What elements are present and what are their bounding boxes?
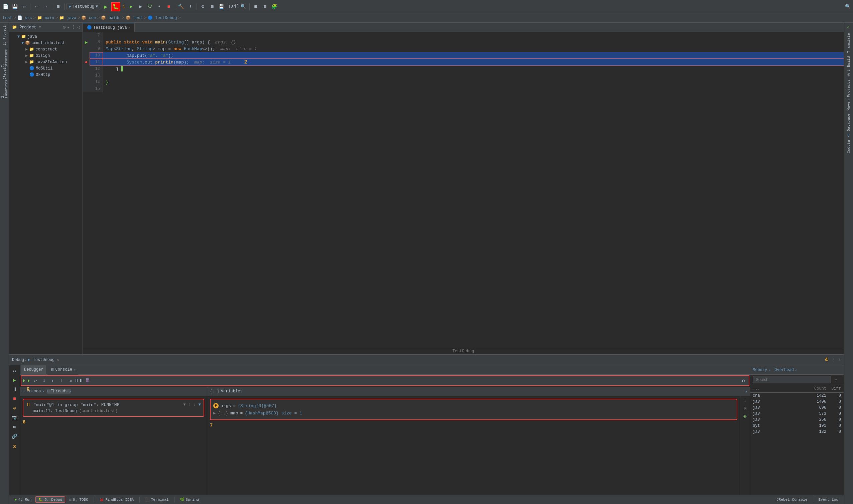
search-icon[interactable]: 🔍 [239,3,247,11]
sidebar-structure-icon[interactable]: 7: Structure [1,54,9,62]
var-map-expand[interactable]: ▶ [213,410,216,416]
run-cursor-btn[interactable]: ↑ [57,377,66,385]
breadcrumb-src[interactable]: 📄 src [17,15,32,20]
mute-icon[interactable]: ⊘ [11,404,19,412]
variables-popout-icon[interactable]: ↗ [745,389,747,393]
status-tab-todo[interactable]: ☑ 6: TODO [67,497,91,502]
tree-item-md5util[interactable]: 🔵 Md5Util [11,65,81,72]
settings-btn[interactable]: ⚙ [739,377,747,385]
sidebar-database-icon[interactable]: Database [846,112,851,133]
breadcrumb-test2[interactable]: 📦 test [126,15,143,20]
resume-icon[interactable]: ▶ [11,376,19,384]
status-tab-findbugs[interactable]: 🐞 FindBugs-IDEA [96,497,137,502]
back-icon[interactable]: ← [32,3,40,11]
debug-more-icon[interactable]: ⋮ [832,357,836,362]
layout2-icon[interactable]: ⊟ [261,3,269,11]
checkmark-icon[interactable]: ✓ [847,24,850,30]
forward-icon[interactable]: → [42,3,50,11]
force-step-btn[interactable]: ⇥ [66,377,74,385]
breadcrumb-test[interactable]: test [3,16,12,20]
tree-item-combaidu[interactable]: ▼ 📦 com.baidu.test [11,40,81,46]
breadcrumb-baidu[interactable]: 📦 baidu [101,15,120,20]
codota-icon[interactable]: C [847,133,850,138]
pause-icon[interactable]: ⏸ [11,385,19,393]
memory-icon[interactable]: 💾 [218,3,225,11]
status-tab-jrebel[interactable]: JRebel Console [774,497,810,502]
scroll-icon[interactable]: ◁ [77,24,80,30]
status-tab-spring[interactable]: 🌿 Spring [177,497,202,502]
overhead-popout-icon[interactable]: ↗ [795,368,797,372]
memory-row-7[interactable]: jav 182 0 [750,429,843,435]
var-copy-icon[interactable]: ⎘ [742,406,748,412]
threads-tab[interactable]: ⊟ Threads ↗ [47,389,71,394]
debug-minimize-icon[interactable]: ⬇ [839,357,841,362]
run-resume-icon[interactable]: ▶ [127,3,135,11]
tree-item-java[interactable]: ▼ 📁 java [11,33,81,40]
sidebar-jrebel-icon[interactable]: JRebel [1,70,9,77]
var-down-icon[interactable]: ↓ [742,397,748,404]
layout1-icon[interactable]: ⊞ [252,3,260,11]
breadcrumb-com[interactable]: 📦 com [81,15,96,20]
memory-row-1[interactable]: cha 1421 0 [750,393,843,399]
stop-icon[interactable]: ■ [165,3,173,11]
tree-item-java8[interactable]: ▶ 📁 java8InAction [11,59,81,65]
sidebar-translate-icon[interactable]: Translate [846,32,851,54]
project-dropdown[interactable]: ▼ [39,25,41,29]
step-into-btn[interactable]: ⬇ [40,377,48,385]
memory-row-5[interactable]: jav 256 0 [750,417,843,423]
sidebar-ant-build-icon[interactable]: Ant Build [846,55,851,77]
memory-row-6[interactable]: byt 191 0 [750,423,843,429]
tab-testdebug[interactable]: 🔵 TestDebug.java ✕ [83,23,135,32]
status-tab-terminal[interactable]: ⬛ Terminal [142,497,171,502]
tree-item-okhttp[interactable]: 🔵 OkHttp [11,72,81,78]
save-icon[interactable]: 💾 [11,3,19,11]
memory-search-more[interactable]: ⋯ [835,378,837,382]
step-over-btn[interactable]: ↩ [32,377,39,385]
tree-item-construct[interactable]: ▶ 📁 construct [11,46,81,53]
coverage-icon[interactable]: 🛡 [146,3,154,11]
sidebar-maven-icon[interactable]: Maven Projects [846,78,851,112]
profile-icon[interactable]: ⚡ [156,3,163,11]
thread-up[interactable]: ↑ [188,402,190,407]
var-watch-icon[interactable]: 👁 [742,413,748,420]
thread-filter[interactable]: ▼ [199,402,201,407]
breadcrumb-main[interactable]: 📁 main [37,15,54,20]
rerun-icon[interactable]: ↺ [11,367,19,375]
collapse-icon[interactable]: ✦ [67,24,70,30]
status-tab-debug[interactable]: 🐛 5: Debug [35,496,65,503]
build-icon[interactable]: 🔨 [177,3,185,11]
run-to-cursor-icon[interactable]: ▶ [137,3,145,11]
memory-row-4[interactable]: jav 573 0 [750,411,843,417]
run-config-selector[interactable]: ▶ TestDebug ▼ [67,3,100,10]
tail-icon[interactable]: Tail [230,3,238,11]
sidebar-favorites-icon[interactable]: 2: Favorites [1,85,9,93]
memory-row-2[interactable]: jav 1406 0 [750,399,843,405]
evaluate-btn[interactable]: 🖩 [84,377,92,385]
tree-item-disign[interactable]: ▶ 📁 disign [11,53,81,59]
settings-icon[interactable]: ⚙ [199,3,207,11]
code-editor[interactable]: 7 ▶ 8 public static [83,32,843,348]
new-file-icon[interactable]: 📄 [1,3,10,11]
memory-row-3[interactable]: jav 606 0 [750,405,843,411]
tab-console[interactable]: 🖥 Console ↗ [48,365,78,375]
status-tab-run[interactable]: ▶ 4: Run [12,497,34,502]
memory-search-input[interactable] [753,376,831,383]
link-icon[interactable]: 🔗 [11,432,19,440]
run-icon[interactable]: ▶ [102,3,110,11]
thread-down[interactable]: ↓ [194,402,196,407]
status-tab-eventlog[interactable]: Event Log [816,497,841,502]
debug-icon[interactable]: 🐛 [111,2,120,11]
target-icon[interactable]: ⊙ [63,24,66,30]
debug-close-icon[interactable]: ✕ [56,357,59,362]
more-icon[interactable]: ⋮ [71,24,76,30]
breakpoint-icon[interactable]: ● [85,59,88,65]
tab-close-icon[interactable]: ✕ [128,26,130,30]
plugin-icon[interactable]: 🧩 [270,3,278,11]
thread-dropdown[interactable]: ▼ [183,402,185,407]
grid2-icon[interactable]: ⊞ [208,3,216,11]
sidebar-project-icon[interactable]: 1: Project [1,24,9,47]
frames-tab[interactable]: ⊡ Frames ↗ [23,389,44,394]
memory-popout-icon[interactable]: ↗ [768,368,770,372]
global-search-icon[interactable]: 🔍 [843,3,852,11]
step-out-btn[interactable]: ⬆ [49,377,57,385]
